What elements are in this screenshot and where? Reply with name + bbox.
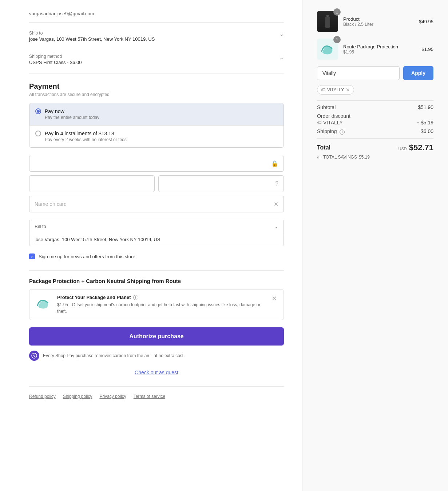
newsletter-row: ✓ Sign me up for news and offers from th… xyxy=(29,254,284,259)
product-1-variant: Black / 2.5 Liter xyxy=(343,22,414,27)
email-display: vargasadrianjose9@gmail.com xyxy=(29,11,94,16)
checkout-guest-link[interactable]: Check out as guest xyxy=(29,370,284,375)
savings-label: TOTAL SAVINGS xyxy=(323,155,357,160)
total-row: Total USD $52.71 xyxy=(317,143,433,152)
total-divider xyxy=(317,138,433,139)
shipping-value: $6.00 xyxy=(421,128,433,134)
product-2-details: Route Package Protection $1.95 xyxy=(343,44,416,55)
card-number-field[interactable]: 🔒 xyxy=(29,155,284,172)
newsletter-checkbox[interactable]: ✓ xyxy=(29,254,35,259)
clear-name-icon[interactable]: ✕ xyxy=(274,201,278,208)
discount-row: Apply xyxy=(317,66,433,80)
shipping-label-text: Shipping xyxy=(317,128,337,134)
product-1-img-wrap: 1 xyxy=(317,11,338,32)
name-on-card-field[interactable]: Name on card ✕ xyxy=(29,196,284,212)
vitally-discount-value: − $5.19 xyxy=(416,120,433,125)
checkbox-check-icon: ✓ xyxy=(31,255,34,259)
applied-code-row: 🏷 VITALLY ✕ xyxy=(317,85,433,95)
card-expiry-cvv-row: ? xyxy=(29,175,284,192)
route-info-icon[interactable]: i xyxy=(133,295,138,300)
pay-now-label: Pay now xyxy=(45,108,64,114)
shipping-method-label: Shipping method xyxy=(29,54,82,59)
card-fields: 🔒 ? Name on card ✕ xyxy=(29,155,284,212)
vitally-label-group: 🏷 VITALLY xyxy=(317,120,343,125)
payment-options: Pay now Pay the entire amount today Pay … xyxy=(29,103,284,148)
discount-input[interactable] xyxy=(317,66,400,80)
applied-code-text: VITALLY xyxy=(327,87,344,92)
shop-pay-icon xyxy=(29,351,39,361)
tag-icon: 🏷 xyxy=(321,87,325,92)
package-protection-section: Package Protection + Carbon Neutral Ship… xyxy=(29,270,284,320)
product-2-badge: 1 xyxy=(333,36,341,43)
order-discount-label-group: Order discount xyxy=(317,113,350,119)
shop-pay-text: Every Shop Pay purchase removes carbon f… xyxy=(43,353,185,358)
pay-now-radio-inner xyxy=(37,110,40,113)
product-item-1: 1 Product Black / 2.5 Liter $49.95 xyxy=(317,11,433,32)
shipping-info-icon[interactable]: i xyxy=(340,129,345,135)
expiry-field[interactable] xyxy=(29,175,155,192)
apply-discount-button[interactable]: Apply xyxy=(403,66,433,80)
product-2-variant: $1.95 xyxy=(343,49,416,55)
installments-option[interactable]: Pay in 4 installments of $13.18 Pay ever… xyxy=(29,125,284,147)
savings-value: $5.19 xyxy=(359,155,370,160)
route-protect-desc: $1.95 - Offset your shipment's carbon fo… xyxy=(57,302,265,315)
pay-now-radio[interactable] xyxy=(35,108,41,114)
applied-code-badge: 🏷 VITALLY ✕ xyxy=(317,85,354,95)
installments-label: Pay in 4 installments of $13.18 xyxy=(45,131,114,136)
shipping-method-value: USPS First Class - $6.00 xyxy=(29,60,82,65)
terms-of-service-link[interactable]: Terms of service xyxy=(134,394,165,399)
svg-rect-3 xyxy=(325,17,330,28)
shipping-method-chevron[interactable]: ⌄ xyxy=(279,54,284,61)
product-1-badge: 1 xyxy=(333,8,341,16)
product-2-img-wrap: 1 xyxy=(317,39,338,60)
shipping-row: Shipping i $6.00 xyxy=(317,128,433,135)
vitally-code-label: VITALLY xyxy=(323,120,343,125)
authorize-purchase-button[interactable]: Authorize purchase xyxy=(29,327,284,346)
payment-subtitle: All transactions are secure and encrypte… xyxy=(29,92,284,97)
bill-to-value: jose Vargas, 100 West 57th Street, New Y… xyxy=(29,233,284,246)
total-right: USD $52.71 xyxy=(398,143,433,152)
order-discount-text: Order discount xyxy=(317,113,350,119)
lock-icon: 🔒 xyxy=(271,160,278,167)
bill-to-label: Bill to xyxy=(35,224,46,229)
installments-sublabel: Pay every 2 weeks with no interest or fe… xyxy=(45,137,278,142)
route-info: Protect Your Package and Planet i $1.95 … xyxy=(57,295,265,315)
vitally-discount-row: 🏷 VITALLY − $5.19 xyxy=(317,120,433,125)
order-discount-row: Order discount xyxy=(317,113,433,119)
vitally-tag-icon: 🏷 xyxy=(317,120,321,125)
route-protect-title: Protect Your Package and Planet xyxy=(57,295,131,300)
name-placeholder: Name on card xyxy=(35,201,67,207)
subtotal-label: Subtotal xyxy=(317,104,336,110)
product-1-name: Product xyxy=(343,16,414,22)
summary-divider xyxy=(317,100,433,101)
subtotal-row: Subtotal $51.90 xyxy=(317,104,433,110)
pay-now-option[interactable]: Pay now Pay the entire amount today xyxy=(29,103,284,125)
subtotal-value: $51.90 xyxy=(418,104,433,110)
bill-to-box: Bill to ⌄ jose Vargas, 100 West 57th Str… xyxy=(29,220,284,246)
remove-code-button[interactable]: ✕ xyxy=(346,87,350,93)
shop-pay-note: Every Shop Pay purchase removes carbon f… xyxy=(29,351,284,361)
total-currency: USD xyxy=(398,147,407,151)
route-close-button[interactable]: ✕ xyxy=(270,295,278,303)
footer-links: Refund policy Shipping policy Privacy po… xyxy=(29,386,284,399)
svg-rect-2 xyxy=(326,15,329,17)
product-1-price: $49.95 xyxy=(419,19,433,24)
svg-point-1 xyxy=(32,353,37,358)
shipping-policy-link[interactable]: Shipping policy xyxy=(63,394,92,399)
product-2-price: $1.95 xyxy=(421,47,433,52)
bill-to-chevron[interactable]: ⌄ xyxy=(274,224,278,229)
package-protection-title: Package Protection + Carbon Neutral Ship… xyxy=(29,278,284,284)
refund-policy-link[interactable]: Refund policy xyxy=(29,394,56,399)
product-2-name: Route Package Protection xyxy=(343,44,416,49)
cvv-field[interactable]: ? xyxy=(158,175,284,192)
savings-row: 🏷 TOTAL SAVINGS $5.19 xyxy=(317,155,433,160)
payment-title: Payment xyxy=(29,82,284,91)
ship-to-chevron[interactable]: ⌄ xyxy=(279,31,284,37)
route-logo xyxy=(35,295,52,312)
savings-tag-icon: 🏷 xyxy=(317,155,321,160)
privacy-policy-link[interactable]: Privacy policy xyxy=(99,394,126,399)
ship-to-label: Ship to xyxy=(29,31,155,36)
cvv-help-icon[interactable]: ? xyxy=(275,180,278,187)
product-1-details: Product Black / 2.5 Liter xyxy=(343,16,414,27)
installments-radio[interactable] xyxy=(35,131,41,136)
